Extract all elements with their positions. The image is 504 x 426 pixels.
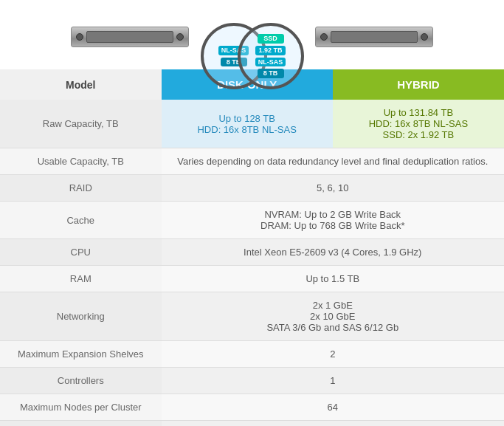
table-row: Maximum Nodes per Cluster64 [0,394,504,421]
row-label: Usable Capacity, TB [0,148,162,175]
server-slot2 [331,31,418,43]
left-server: NL-SAS 8 TB [15,27,245,47]
row-label: Controllers [0,368,162,394]
table-row: Networking2x 1 GbE 2x 10 GbE SATA 3/6 Gb… [0,292,504,341]
row-label: CPU [0,239,162,266]
row-label: Cache [0,202,162,239]
spec-table: Model DISK-ONLY HYBRID Raw Capacity, TBU… [0,69,504,426]
table-row: RAID5, 6, 10 [0,175,504,202]
hybrid-header: HYBRID [333,69,504,100]
server-circle4 [421,33,428,41]
table-row: CacheNVRAM: Up to 2 GB Write Back DRAM: … [0,202,504,239]
server-circle [76,33,83,41]
table-row: Usable Capacity, TBVaries depending on d… [0,148,504,175]
shared-value: Varies depending on data redundancy leve… [162,148,504,175]
row-label: Raw Capacity, TB [0,100,162,148]
shared-value: Intel Xeon E5-2609 v3 (4 Cores, 1.9 GHz) [162,239,504,266]
table-row: Scaling Increment, Nodes1 [0,421,504,427]
row-label: Maximum Expansion Shelves [0,341,162,368]
ssd-badge: SSD [258,34,284,44]
row-label: RAM [0,266,162,292]
table-row: Raw Capacity, TBUp to 128 TB HDD: 16x 8T… [0,100,504,148]
192tb-badge: 1.92 TB [255,46,285,55]
8tb-badge-right: 8 TB [258,69,284,78]
shared-value: 64 [162,394,504,421]
shared-value: 1 [162,421,504,427]
row-label: Maximum Nodes per Cluster [0,394,162,421]
table-row: Controllers1 [0,368,504,394]
shared-value: NVRAM: Up to 2 GB Write Back DRAM: Up to… [162,202,504,239]
model-header: Model [0,69,162,100]
shared-value: 5, 6, 10 [162,175,504,202]
shared-value: 1 [162,368,504,394]
shared-value: Up to 1.5 TB [162,266,504,292]
hybrid-value: Up to 131.84 TB HDD: 16x 8TB NL-SAS SSD:… [333,100,504,148]
server-circle2 [176,33,184,41]
row-label: RAID [0,175,162,202]
table-row: Maximum Expansion Shelves2 [0,341,504,368]
server-circle3 [320,33,328,41]
table-row: RAMUp to 1.5 TB [0,266,504,292]
right-server: SSD 1.92 TB NL-SAS 8 TB [260,27,490,47]
right-mag-content: SSD 1.92 TB NL-SAS 8 TB [251,30,291,83]
left-server-bar [71,27,189,47]
row-label: Scaling Increment, Nodes [0,421,162,427]
table-row: CPUIntel Xeon E5-2609 v3 (4 Cores, 1.9 G… [0,239,504,266]
nl-sas-badge-right: NL-SAS [255,58,286,67]
shared-value: 2x 1 GbE 2x 10 GbE SATA 3/6 Gb and SAS 6… [162,292,504,341]
header-images: NL-SAS 8 TB SSD 1.92 TB NL-SAS 8 TB [0,0,504,66]
disk-value: Up to 128 TB HDD: 16x 8TB NL-SAS [162,100,333,148]
right-server-bar [315,27,433,47]
server-slot [86,31,173,43]
shared-value: 2 [162,341,504,368]
right-magnifier: SSD 1.92 TB NL-SAS 8 TB [238,23,304,89]
row-label: Networking [0,292,162,341]
